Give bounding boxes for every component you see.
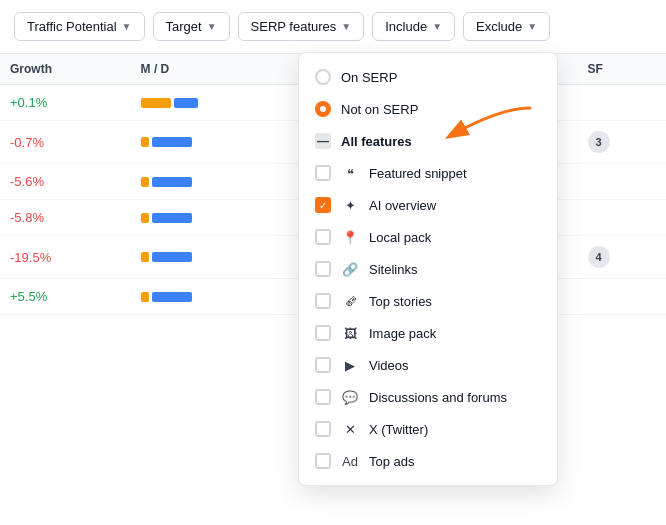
bar-cell bbox=[131, 85, 299, 121]
include-label: Include bbox=[385, 19, 427, 34]
feature-label: Local pack bbox=[369, 230, 431, 245]
toolbar: Traffic Potential ▼ Target ▼ SERP featur… bbox=[0, 0, 666, 54]
feature-icon: ✦ bbox=[341, 198, 359, 213]
serp-features-dropdown: On SERPNot on SERP—All features❝Featured… bbox=[298, 52, 558, 486]
chevron-down-icon: ▼ bbox=[432, 21, 442, 32]
checkbox-control[interactable] bbox=[315, 325, 331, 341]
feature-label: AI overview bbox=[369, 198, 436, 213]
feature-icon: ▶ bbox=[341, 358, 359, 373]
serp-features-button[interactable]: SERP features ▼ bbox=[238, 12, 365, 41]
feature-label: Featured snippet bbox=[369, 166, 467, 181]
chevron-down-icon: ▼ bbox=[207, 21, 217, 32]
checkbox-control[interactable] bbox=[315, 357, 331, 373]
growth-cell: -5.8% bbox=[0, 200, 131, 236]
col-growth: Growth bbox=[0, 54, 131, 85]
checkbox-control[interactable] bbox=[315, 421, 331, 437]
checkbox-control[interactable] bbox=[315, 165, 331, 181]
radio-label: Not on SERP bbox=[341, 102, 418, 117]
checkbox-videos[interactable]: ▶Videos bbox=[299, 349, 557, 381]
minus-icon: — bbox=[315, 133, 331, 149]
serp-features-label: SERP features bbox=[251, 19, 337, 34]
bar-cell bbox=[131, 121, 299, 164]
growth-cell: -19.5% bbox=[0, 236, 131, 279]
chevron-down-icon: ▼ bbox=[122, 21, 132, 32]
all-features-section: —All features bbox=[299, 125, 557, 157]
bar-cell bbox=[131, 236, 299, 279]
include-button[interactable]: Include ▼ bbox=[372, 12, 455, 41]
radio-on-serp[interactable]: On SERP bbox=[299, 61, 557, 93]
feature-label: Videos bbox=[369, 358, 409, 373]
feature-icon: 🖼 bbox=[341, 326, 359, 341]
checkbox-image-pack[interactable]: 🖼Image pack bbox=[299, 317, 557, 349]
checkbox-control[interactable] bbox=[315, 389, 331, 405]
section-label: All features bbox=[341, 134, 412, 149]
col-md: M / D bbox=[131, 54, 299, 85]
feature-icon: 📍 bbox=[341, 230, 359, 245]
sf-cell bbox=[578, 85, 666, 121]
col-sf: SF bbox=[578, 54, 666, 85]
radio-label: On SERP bbox=[341, 70, 397, 85]
chevron-down-icon: ▼ bbox=[527, 21, 537, 32]
feature-icon: ❝ bbox=[341, 166, 359, 181]
exclude-label: Exclude bbox=[476, 19, 522, 34]
feature-icon: 🗞 bbox=[341, 294, 359, 309]
feature-label: Sitelinks bbox=[369, 262, 417, 277]
checkbox-ai-overview[interactable]: ✓✦AI overview bbox=[299, 189, 557, 221]
sf-cell bbox=[578, 200, 666, 236]
bar-cell bbox=[131, 200, 299, 236]
checkbox-top-ads[interactable]: AdTop ads bbox=[299, 445, 557, 477]
checkbox-control[interactable] bbox=[315, 229, 331, 245]
exclude-button[interactable]: Exclude ▼ bbox=[463, 12, 550, 41]
feature-label: X (Twitter) bbox=[369, 422, 428, 437]
feature-label: Discussions and forums bbox=[369, 390, 507, 405]
checkbox-local-pack[interactable]: 📍Local pack bbox=[299, 221, 557, 253]
bar-cell bbox=[131, 164, 299, 200]
feature-icon: 🔗 bbox=[341, 262, 359, 277]
sf-cell bbox=[578, 279, 666, 315]
chevron-down-icon: ▼ bbox=[341, 21, 351, 32]
checkbox-control[interactable] bbox=[315, 261, 331, 277]
growth-cell: -5.6% bbox=[0, 164, 131, 200]
feature-icon: 💬 bbox=[341, 390, 359, 405]
feature-icon: Ad bbox=[341, 454, 359, 469]
feature-label: Image pack bbox=[369, 326, 436, 341]
growth-cell: +5.5% bbox=[0, 279, 131, 315]
checkbox-featured-snippet[interactable]: ❝Featured snippet bbox=[299, 157, 557, 189]
target-label: Target bbox=[166, 19, 202, 34]
sf-cell: 3 bbox=[578, 121, 666, 164]
sf-cell: 4 bbox=[578, 236, 666, 279]
sf-cell bbox=[578, 164, 666, 200]
traffic-potential-label: Traffic Potential bbox=[27, 19, 117, 34]
radio-not-on-serp[interactable]: Not on SERP bbox=[299, 93, 557, 125]
checkbox-control[interactable]: ✓ bbox=[315, 197, 331, 213]
checkbox-sitelinks[interactable]: 🔗Sitelinks bbox=[299, 253, 557, 285]
traffic-potential-button[interactable]: Traffic Potential ▼ bbox=[14, 12, 145, 41]
feature-label: Top ads bbox=[369, 454, 415, 469]
growth-cell: +0.1% bbox=[0, 85, 131, 121]
checkbox-top-stories[interactable]: 🗞Top stories bbox=[299, 285, 557, 317]
checkbox-x-(twitter)[interactable]: ✕X (Twitter) bbox=[299, 413, 557, 445]
bar-cell bbox=[131, 279, 299, 315]
growth-cell: -0.7% bbox=[0, 121, 131, 164]
checkbox-control[interactable] bbox=[315, 453, 331, 469]
checkbox-discussions-and-forums[interactable]: 💬Discussions and forums bbox=[299, 381, 557, 413]
feature-icon: ✕ bbox=[341, 422, 359, 437]
feature-label: Top stories bbox=[369, 294, 432, 309]
target-button[interactable]: Target ▼ bbox=[153, 12, 230, 41]
checkbox-control[interactable] bbox=[315, 293, 331, 309]
